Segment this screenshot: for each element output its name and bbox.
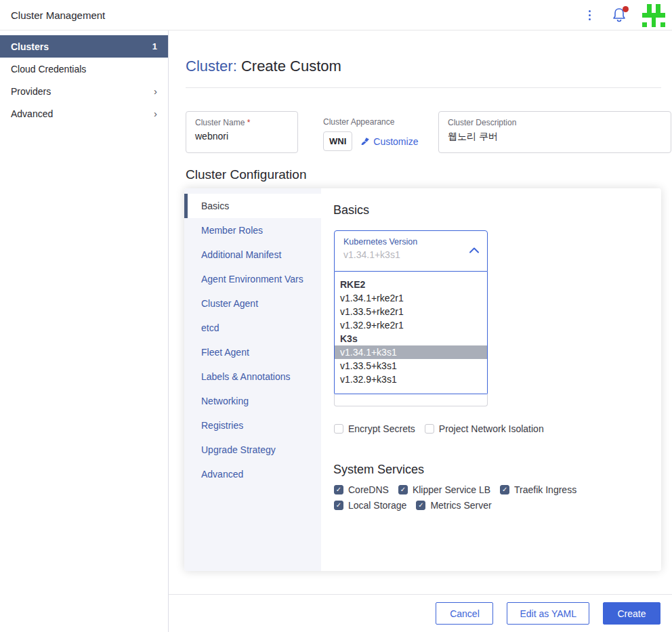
kubernetes-version-value: v1.34.1+k3s1 (343, 249, 478, 260)
dropdown-option[interactable]: v1.33.5+rke2r1 (335, 305, 487, 318)
tab-registries[interactable]: Registries (184, 413, 321, 438)
tab-agent-environment-vars[interactable]: Agent Environment Vars (184, 267, 321, 291)
checkbox-checked[interactable]: ✓ (398, 485, 408, 494)
cluster-description-field[interactable]: Cluster Description 웹노리 쿠버 (438, 111, 671, 153)
encrypt-secrets-checkbox[interactable]: Encrypt Secrets (334, 423, 415, 434)
occluded-field-bottom (334, 394, 488, 406)
kubernetes-version-label: Kubernetes Version (343, 237, 478, 247)
sidebar-item-providers[interactable]: Providers › (0, 80, 168, 102)
required-asterisk: * (247, 118, 251, 127)
kebab-menu-icon[interactable] (583, 6, 596, 24)
clusters-count-badge: 1 (152, 41, 157, 51)
tab-cluster-agent[interactable]: Cluster Agent (184, 291, 321, 316)
app-header: Cluster Management (0, 0, 672, 30)
tab-advanced[interactable]: Advanced (184, 462, 321, 486)
tab-fleet-agent[interactable]: Fleet Agent (184, 340, 321, 364)
checkbox-checked[interactable]: ✓ (334, 501, 343, 510)
checkbox-unchecked[interactable] (334, 424, 343, 434)
sidebar-item-label: Providers (11, 86, 51, 97)
dropdown-group-k3s: K3s (335, 332, 487, 345)
sidebar-item-label: Cloud Credentials (11, 64, 86, 75)
action-footer: Cancel Edit as YAML Create (169, 594, 672, 632)
notification-bell-icon[interactable] (611, 7, 627, 24)
sidebar-item-cloud-credentials[interactable]: Cloud Credentials (0, 58, 168, 80)
notification-dot (623, 6, 629, 12)
checkbox-checked[interactable]: ✓ (334, 485, 343, 494)
sidebar-item-clusters[interactable]: Clusters 1 (0, 35, 168, 58)
sidebar-item-label: Clusters (11, 41, 49, 52)
dropdown-option[interactable]: v1.32.9+rke2r1 (335, 318, 487, 332)
tab-upgrade-strategy[interactable]: Upgrade Strategy (184, 438, 321, 462)
app-title: Cluster Management (11, 9, 105, 21)
brush-icon (360, 137, 370, 146)
main-content: Cluster: Create Custom Cluster Name * we… (169, 30, 672, 632)
chevron-right-icon: › (154, 86, 157, 96)
dropdown-option-selected[interactable]: v1.34.1+k3s1 (335, 345, 487, 359)
edit-as-yaml-button[interactable]: Edit as YAML (507, 602, 589, 625)
checkbox-unchecked[interactable] (425, 424, 434, 434)
basics-heading: Basics (333, 203, 369, 217)
cluster-appearance-group: Cluster Appearance WNI Customize (323, 117, 432, 151)
project-network-isolation-checkbox[interactable]: Project Network Isolation (425, 423, 544, 434)
tab-networking[interactable]: Networking (184, 389, 321, 413)
coredns-checkbox[interactable]: ✓ CoreDNS (334, 484, 389, 495)
basics-checkbox-row: Encrypt Secrets Project Network Isolatio… (334, 423, 544, 434)
klipper-service-lb-checkbox[interactable]: ✓ Klipper Service LB (398, 484, 490, 495)
chevron-right-icon: › (154, 108, 157, 119)
cluster-name-input[interactable]: webnori (195, 131, 289, 142)
kubernetes-version-dropdown: RKE2 v1.34.1+rke2r1 v1.33.5+rke2r1 v1.32… (334, 272, 488, 394)
basics-panel: Basics Kubernetes Version v1.34.1+k3s1 R… (321, 188, 661, 571)
page-title: Cluster: Create Custom (186, 58, 341, 75)
tab-labels-annotations[interactable]: Labels & Annotations (184, 364, 321, 389)
cluster-name-field[interactable]: Cluster Name * webnori (186, 111, 298, 153)
tab-basics[interactable]: Basics (184, 194, 321, 218)
kubernetes-version-select[interactable]: Kubernetes Version v1.34.1+k3s1 (334, 230, 488, 272)
sidebar-item-advanced[interactable]: Advanced › (0, 102, 168, 125)
dropdown-option[interactable]: v1.34.1+rke2r1 (335, 291, 487, 305)
system-services-heading: System Services (333, 463, 424, 477)
sidebar: Clusters 1 Cloud Credentials Providers ›… (0, 30, 169, 632)
checkbox-checked[interactable]: ✓ (416, 501, 425, 510)
checkbox-checked[interactable]: ✓ (500, 485, 509, 494)
cluster-description-label: Cluster Description (448, 118, 662, 127)
customize-label: Customize (373, 136, 418, 147)
local-storage-checkbox[interactable]: ✓ Local Storage (334, 500, 406, 511)
tab-additional-manifest[interactable]: Additional Manifest (184, 243, 321, 267)
metrics-server-checkbox[interactable]: ✓ Metrics Server (416, 500, 491, 511)
sidebar-item-label: Advanced (11, 108, 53, 119)
dropdown-option[interactable]: v1.32.9+k3s1 (335, 373, 487, 386)
system-services-row: ✓ CoreDNS ✓ Klipper Service LB ✓ Traefik… (334, 484, 652, 511)
avatar[interactable] (642, 4, 665, 27)
cancel-button[interactable]: Cancel (436, 602, 493, 625)
cluster-initials-badge: WNI (323, 131, 352, 151)
tab-member-roles[interactable]: Member Roles (184, 218, 321, 243)
tab-etcd[interactable]: etcd (184, 316, 321, 340)
dropdown-option[interactable]: v1.33.5+k3s1 (335, 359, 487, 373)
config-tab-list: Basics Member Roles Additional Manifest … (184, 188, 321, 571)
cluster-appearance-label: Cluster Appearance (323, 117, 432, 127)
traefik-ingress-checkbox[interactable]: ✓ Traefik Ingress (500, 484, 576, 495)
page-title-text: Create Custom (241, 58, 341, 75)
cluster-name-label: Cluster Name * (195, 118, 289, 127)
chevron-up-icon (469, 247, 479, 253)
cluster-configuration-card: Basics Member Roles Additional Manifest … (184, 188, 661, 571)
title-divider (186, 87, 661, 88)
cluster-configuration-heading: Cluster Configuration (186, 167, 306, 182)
dropdown-group-rke2: RKE2 (335, 278, 487, 291)
cluster-description-input[interactable]: 웹노리 쿠버 (448, 131, 662, 143)
customize-link[interactable]: Customize (360, 136, 418, 147)
cluster-form-row: Cluster Name * webnori Cluster Appearanc… (186, 111, 661, 153)
page-title-prefix: Cluster: (186, 58, 237, 75)
create-button[interactable]: Create (603, 602, 660, 625)
